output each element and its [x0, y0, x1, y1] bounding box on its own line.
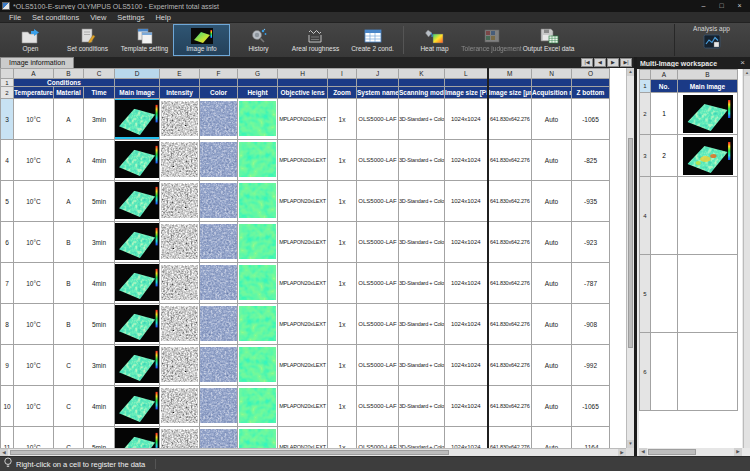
ws-row-number[interactable]: 6	[640, 333, 651, 411]
cell-material[interactable]: C	[54, 345, 84, 386]
cell-z-bottom[interactable]: -908	[572, 304, 610, 345]
vertical-scrollbar[interactable]: ▲ ▼	[626, 68, 634, 448]
cell-color-image[interactable]	[200, 263, 238, 304]
cell-image-size-um[interactable]: 641.830x642.276	[488, 181, 532, 222]
cell-color-image[interactable]	[200, 386, 238, 427]
height-thumbnail[interactable]	[239, 101, 276, 136]
cell-objective-lens[interactable]: MPLAPON20xLEXT	[278, 427, 328, 449]
cell-system-name[interactable]: OLS5000-LAF	[357, 99, 399, 140]
cell-z-bottom[interactable]: -935	[572, 181, 610, 222]
cell-system-name[interactable]: OLS5000-LAF	[357, 140, 399, 181]
cell-acquisition-mode[interactable]: Auto	[532, 222, 572, 263]
column-letter[interactable]: I	[328, 69, 357, 79]
cell-time[interactable]: 4min	[84, 263, 115, 304]
cell-image-size-um[interactable]: 641.830x642.276	[488, 263, 532, 304]
ws-horizontal-scrollbar[interactable]: ◀ ▶	[639, 448, 742, 456]
cell-scanning-mode[interactable]: 3D-Standard + Color	[399, 304, 445, 345]
row-number[interactable]: 11	[1, 427, 14, 449]
cell-color-image[interactable]	[200, 181, 238, 222]
cell-height-image[interactable]	[238, 181, 278, 222]
ws-vertical-scrollbar[interactable]: ▲	[743, 69, 750, 448]
cell-temperature[interactable]: 10°C	[14, 427, 54, 449]
open-button[interactable]: Open	[2, 24, 59, 56]
ws-row-number[interactable]: 1	[640, 80, 651, 93]
menu-file[interactable]: File	[4, 12, 26, 23]
cell-system-name[interactable]: OLS5000-LAF	[357, 386, 399, 427]
cell-system-name[interactable]: OLS5000-LAF	[357, 427, 399, 449]
height-thumbnail[interactable]	[239, 429, 276, 448]
cell-zoom[interactable]: 1x	[328, 263, 357, 304]
heat-map-button[interactable]: Heat map	[406, 24, 463, 56]
cell-scanning-mode[interactable]: 3D-Standard + Color	[399, 181, 445, 222]
cell-image-size-pixels[interactable]: 1024x1024	[445, 99, 488, 140]
ws-empty-cell[interactable]	[651, 333, 678, 411]
cell-temperature[interactable]: 10°C	[14, 304, 54, 345]
conditions-merged-header[interactable]: Conditions	[14, 79, 115, 87]
cell-main-image[interactable]	[115, 386, 160, 427]
cell-main-image[interactable]	[115, 263, 160, 304]
header-scanning-mode[interactable]: Scanning mode	[399, 87, 445, 99]
cell-height-image[interactable]	[238, 386, 278, 427]
header-zoom[interactable]: Zoom	[328, 87, 357, 99]
cell-main-image[interactable]	[115, 181, 160, 222]
column-letter[interactable]: B	[54, 69, 84, 79]
row-number[interactable]: 9	[1, 345, 14, 386]
main-image-thumbnail[interactable]	[115, 428, 160, 448]
scroll-down-arrow[interactable]: ▼	[627, 440, 634, 448]
ws-row-number[interactable]: 5	[640, 255, 651, 333]
cell-zoom[interactable]: 1x	[328, 386, 357, 427]
cell-main-image[interactable]	[115, 427, 160, 449]
menu-help[interactable]: Help	[150, 12, 175, 23]
intensity-thumbnail[interactable]	[161, 183, 198, 218]
cell-scanning-mode[interactable]: 3D-Standard + Color	[399, 386, 445, 427]
row-number[interactable]: 4	[1, 140, 14, 181]
cell-scanning-mode[interactable]: 3D-Standard + Color	[399, 427, 445, 449]
cell-time[interactable]: 3min	[84, 99, 115, 140]
header-intensity[interactable]: Intensity	[160, 87, 200, 99]
create-2-cond-button[interactable]: Create 2 cond.	[344, 24, 401, 56]
cell-height-image[interactable]	[238, 140, 278, 181]
column-letter[interactable]: O	[572, 69, 610, 79]
cell-image-size-um[interactable]: 641.830x642.276	[488, 222, 532, 263]
cell-intensity-image[interactable]	[160, 181, 200, 222]
cell-objective-lens[interactable]: MPLAPON20xLEXT	[278, 263, 328, 304]
cell-time[interactable]: 3min	[84, 345, 115, 386]
intensity-thumbnail[interactable]	[161, 265, 198, 300]
header-material[interactable]: Material	[54, 87, 84, 99]
main-image-thumbnail[interactable]	[115, 387, 160, 424]
main-image-thumbnail[interactable]	[115, 182, 160, 219]
ws-header-no[interactable]: No.	[651, 80, 678, 93]
ws-column-letter[interactable]: A	[651, 70, 678, 80]
cell-temperature[interactable]: 10°C	[14, 99, 54, 140]
cell-main-image[interactable]	[115, 345, 160, 386]
intensity-thumbnail[interactable]	[161, 306, 198, 341]
row-number[interactable]: 10	[1, 386, 14, 427]
ws-empty-cell[interactable]	[651, 255, 678, 333]
cell-time[interactable]: 5min	[84, 427, 115, 449]
intensity-thumbnail[interactable]	[161, 224, 198, 259]
cell-acquisition-mode[interactable]: Auto	[532, 386, 572, 427]
main-image-thumbnail[interactable]	[115, 305, 160, 342]
cell-z-bottom[interactable]: -825	[572, 140, 610, 181]
cell-acquisition-mode[interactable]: Auto	[532, 263, 572, 304]
main-image-thumbnail[interactable]	[115, 141, 160, 178]
ws-scroll-left-arrow[interactable]: ◀	[639, 448, 647, 456]
nav-last-button[interactable]: ▶|	[620, 58, 632, 67]
cell-material[interactable]: B	[54, 263, 84, 304]
ws-empty-cell[interactable]	[678, 255, 738, 333]
row-number[interactable]: 7	[1, 263, 14, 304]
ws-main-image-thumbnail[interactable]	[678, 93, 738, 135]
height-thumbnail[interactable]	[239, 265, 276, 300]
cell-intensity-image[interactable]	[160, 222, 200, 263]
workspace-close-icon[interactable]: ×	[738, 58, 747, 68]
height-thumbnail[interactable]	[239, 142, 276, 177]
cell-height-image[interactable]	[238, 99, 278, 140]
cell-objective-lens[interactable]: MPLAPON20xLEXT	[278, 181, 328, 222]
cell-height-image[interactable]	[238, 345, 278, 386]
cell-temperature[interactable]: 10°C	[14, 386, 54, 427]
cell-temperature[interactable]: 10°C	[14, 222, 54, 263]
cell-system-name[interactable]: OLS5000-LAF	[357, 222, 399, 263]
cell-color-image[interactable]	[200, 222, 238, 263]
cell-height-image[interactable]	[238, 222, 278, 263]
tolerance-judgement-button[interactable]: Tolerance judgement	[463, 24, 520, 56]
